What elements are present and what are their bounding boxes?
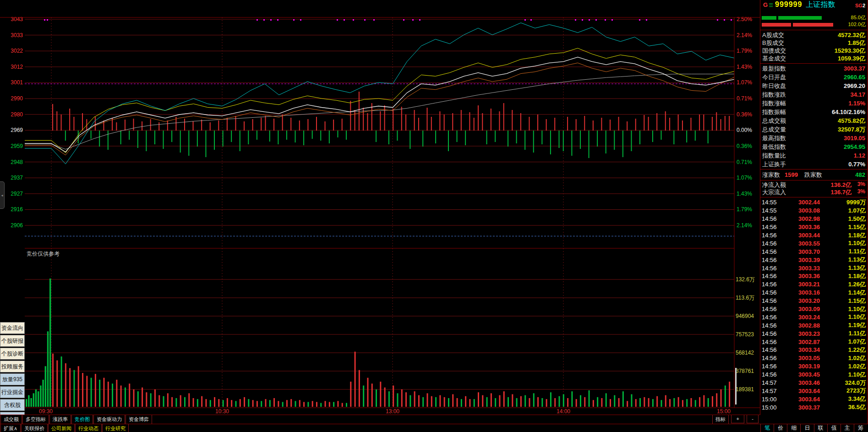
tick-row[interactable]: 14:563003.211.26亿 bbox=[760, 280, 867, 289]
stat-value: 3019.05 bbox=[844, 135, 865, 142]
panel-view-笔[interactable]: 笔 bbox=[760, 424, 774, 432]
tick-price: 3002.88 bbox=[786, 322, 833, 329]
left-button-资金流向[interactable]: 资金流向 bbox=[0, 322, 25, 334]
stat-row: 基金成交1059.39亿 bbox=[760, 55, 867, 62]
stat-value: 2960.65 bbox=[844, 74, 865, 81]
bottom-tab-多空指标[interactable]: 多空指标 bbox=[22, 415, 49, 425]
flow-row: 大宗流入136.7亿3% bbox=[760, 189, 867, 196]
tick-row[interactable]: 14:553002.449999万 bbox=[760, 198, 867, 207]
stock-code[interactable]: 999999 bbox=[775, 0, 802, 8]
left-button-含权股[interactable]: 含权股 bbox=[0, 399, 25, 411]
buy-force-bar bbox=[762, 16, 849, 20]
tick-row[interactable]: 14:563003.361.18亿 bbox=[760, 272, 867, 280]
tick-volume: 2723万 bbox=[833, 387, 866, 395]
tick-time: 14:56 bbox=[762, 314, 786, 321]
stat-label: 指数振幅 bbox=[762, 108, 786, 116]
tick-time: 14:56 bbox=[762, 297, 786, 304]
bottom-tab-资金驱动力[interactable]: 资金驱动力 bbox=[93, 415, 125, 425]
panel-view-筹[interactable]: 筹 bbox=[854, 424, 867, 432]
tick-row[interactable]: 14:573003.642723万 bbox=[760, 387, 867, 395]
bottom-tab-涨跌率[interactable]: 涨跌率 bbox=[49, 415, 71, 425]
tick-time: 14:57 bbox=[762, 379, 786, 386]
bottom-tab-成交额[interactable]: 成交额 bbox=[0, 415, 22, 425]
left-button-放量935[interactable]: 放量935 bbox=[0, 373, 25, 385]
tick-row[interactable]: 14:563003.391.13亿 bbox=[760, 256, 867, 264]
tick-row[interactable]: 15:003003.643.34亿 bbox=[760, 395, 867, 403]
buy-force-value: 85.0亿 bbox=[851, 14, 866, 21]
zoom-in-button[interactable]: + bbox=[731, 415, 744, 423]
menu-icon[interactable]: ☰ bbox=[769, 2, 773, 8]
tick-row[interactable]: 14:553003.081.07亿 bbox=[760, 207, 867, 215]
tick-price: 3003.05 bbox=[786, 355, 833, 361]
tick-time: 14:56 bbox=[762, 257, 786, 263]
tick-row[interactable]: 14:563003.241.10亿 bbox=[760, 313, 867, 321]
tick-row[interactable]: 14:573003.46324.0万 bbox=[760, 379, 867, 387]
bottom-tabbar-2: 扩展∧关联报价公司新闻行业动态行业研究 bbox=[0, 424, 868, 432]
tick-row[interactable]: 14:563003.341.22亿 bbox=[760, 346, 867, 354]
sidebar-collapse-handle[interactable]: ◂ bbox=[0, 181, 5, 209]
tick-price: 3003.45 bbox=[786, 371, 833, 378]
bottom-tab2-行业动态[interactable]: 行业动态 bbox=[75, 424, 102, 432]
panel-view-价[interactable]: 价 bbox=[774, 424, 787, 432]
svg-text:13:00: 13:00 bbox=[386, 408, 399, 415]
index-stat-rows: 最新指数3003.37今日开盘2960.65昨日收盘2969.20指数涨跌34.… bbox=[760, 64, 867, 170]
tick-row[interactable]: 14:563002.871.07亿 bbox=[760, 338, 867, 346]
bottom-tab-竞价图[interactable]: 竞价图 bbox=[71, 415, 93, 425]
bottom-tab2-行业研究[interactable]: 行业研究 bbox=[102, 424, 129, 432]
bottom-tab2-公司新闻[interactable]: 公司新闻 bbox=[48, 424, 75, 432]
tick-price: 3003.34 bbox=[786, 346, 833, 353]
left-button-行业掘金[interactable]: 行业掘金 bbox=[0, 386, 25, 398]
indicator-controls: 指标 + - bbox=[712, 415, 759, 425]
tick-row[interactable]: 14:563003.231.11亿 bbox=[760, 329, 867, 338]
tick-row[interactable]: 14:563003.051.02亿 bbox=[760, 354, 867, 362]
tick-time: 14:56 bbox=[762, 289, 786, 296]
tick-time: 14:56 bbox=[762, 273, 786, 279]
tick-time: 14:56 bbox=[762, 306, 786, 312]
zoom-out-button[interactable]: - bbox=[747, 415, 759, 423]
stat-label: 国债成交 bbox=[762, 47, 786, 55]
left-button-个股诊断[interactable]: 个股诊断 bbox=[0, 348, 25, 360]
tick-row[interactable]: 14:563003.161.14亿 bbox=[760, 289, 867, 297]
tick-volume: 1.11亿 bbox=[833, 247, 866, 256]
svg-text:1.43%: 1.43% bbox=[737, 64, 752, 70]
indicator-tab[interactable]: 指标 bbox=[712, 415, 729, 425]
stat-label: 上证换手 bbox=[762, 160, 786, 169]
intraday-chart[interactable]: 30432.50%30332.14%30221.79%30121.43%3001… bbox=[0, 0, 760, 415]
tick-row[interactable]: 14:563003.701.11亿 bbox=[760, 247, 867, 256]
bottom-tab-资金博弈[interactable]: 资金博弈 bbox=[126, 415, 152, 425]
svg-text:2.14%: 2.14% bbox=[737, 32, 752, 38]
tick-time: 15:00 bbox=[762, 396, 786, 403]
tick-volume: 1.10亿 bbox=[833, 313, 866, 321]
tick-volume: 324.0万 bbox=[833, 379, 866, 387]
stat-value: 4575.82亿 bbox=[838, 117, 865, 125]
tick-row[interactable]: 14:563003.441.18亿 bbox=[760, 231, 867, 240]
tick-row[interactable]: 14:563002.881.19亿 bbox=[760, 321, 867, 329]
panel-view-主[interactable]: 主 bbox=[841, 424, 854, 432]
left-button-投顾服务[interactable]: 投顾服务 bbox=[0, 361, 25, 372]
tick-row[interactable]: 14:563003.331.13亿 bbox=[760, 264, 867, 272]
tick-row[interactable]: 14:563003.361.15亿 bbox=[760, 223, 867, 231]
panel-view-日[interactable]: 日 bbox=[800, 424, 813, 432]
money-flow-rows: 净流入额136.2亿3%大宗流入136.7亿3% bbox=[760, 180, 867, 197]
bottom-tab2-关联报价[interactable]: 关联报价 bbox=[21, 424, 48, 432]
left-button-个股研报[interactable]: 个股研报 bbox=[0, 335, 25, 347]
panel-view-值[interactable]: 值 bbox=[827, 424, 841, 432]
tick-time: 14:55 bbox=[762, 199, 786, 206]
tick-row[interactable]: 14:563003.191.02亿 bbox=[760, 362, 867, 371]
tick-row[interactable]: 14:563003.091.10亿 bbox=[760, 305, 867, 313]
tick-time: 14:56 bbox=[762, 232, 786, 239]
tick-row[interactable]: 15:003003.3736.5亿 bbox=[760, 403, 867, 411]
stat-value: 3003.37 bbox=[844, 65, 865, 72]
stock-name[interactable]: 上证指数 bbox=[806, 0, 835, 8]
bottom-tab2-扩展∧[interactable]: 扩展∧ bbox=[0, 424, 21, 432]
tick-price: 3003.37 bbox=[786, 404, 833, 411]
tick-row[interactable]: 14:563003.201.15亿 bbox=[760, 297, 867, 305]
market-turnover-rows: A股成交4572.32亿B股成交1.85亿国债成交15293.30亿基金成交10… bbox=[760, 30, 867, 64]
panel-view-联[interactable]: 联 bbox=[814, 424, 827, 432]
tick-list[interactable]: 14:553002.449999万14:553003.081.07亿14:563… bbox=[760, 197, 867, 411]
tick-row[interactable]: 14:563002.981.50亿 bbox=[760, 215, 867, 223]
panel-view-细[interactable]: 细 bbox=[787, 424, 800, 432]
tick-row[interactable]: 14:563003.451.10亿 bbox=[760, 371, 867, 379]
svg-text:3043: 3043 bbox=[11, 16, 23, 22]
tick-row[interactable]: 14:563003.551.10亿 bbox=[760, 239, 867, 247]
